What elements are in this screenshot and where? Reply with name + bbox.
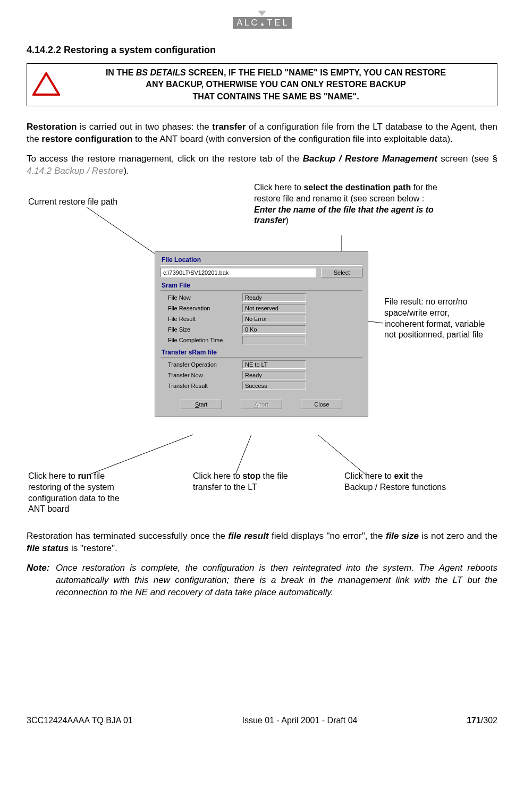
group-sram-file: Sram File File NowReady File Reservation… [160,282,362,344]
svg-line-6 [318,435,366,475]
footer-issue: Issue 01 - April 2001 - Draft 04 [242,716,357,725]
lbl-file-size: File Size [168,326,242,333]
callout-destination: Click here to select the destination pat… [254,182,445,226]
lbl-transfer-op: Transfer Operation [168,361,242,368]
group-file-location: File Location c:\7390LT\SV120201.bak Sel… [160,256,362,277]
note-label: Note: [27,562,56,599]
group-title-file-location: File Location [160,256,362,264]
file-path-input[interactable]: c:\7390LT\SV120201.bak [160,268,316,277]
val-file-now: Ready [242,293,306,302]
footer-doc-id: 3CC12424AAAA TQ BJA 01 [27,716,133,725]
callout-file-result: File result: no error/no space/write err… [384,297,485,341]
paragraph-restoration: Restoration is carried out in two phases… [27,121,497,146]
callout-run: Click here to run file restoring of the … [28,471,134,515]
warning-triangle-icon [32,72,60,98]
note-body: Once restoration is complete, the config… [56,562,497,599]
start-button[interactable]: Start [181,400,222,409]
page-footer: 3CC12424AAAA TQ BJA 01 Issue 01 - April … [0,716,524,736]
val-file-completion [242,336,306,344]
abort-button[interactable]: Abort [241,400,282,409]
select-button[interactable]: Select [321,268,362,277]
callout-current-path: Current restore file path [28,197,150,208]
lbl-transfer-now: Transfer Now [168,372,242,378]
svg-line-5 [235,435,251,475]
lbl-file-result: File Result [168,316,242,322]
warning-box: IN THE BS DETAILS SCREEN, IF THE FIELD "… [27,63,497,106]
lbl-transfer-result: Transfer Result [168,383,242,389]
restore-dialog: File Location c:\7390LT\SV120201.bak Sel… [155,251,368,417]
lbl-file-reservation: File Reservation [168,305,242,311]
callout-stop: Click here to stop the file transfer to … [193,471,299,493]
val-transfer-op: NE to LT [242,360,306,369]
brand-logo: A L C ▲ T E L [27,11,497,29]
note-block: Note: Once restoration is complete, the … [27,562,497,599]
group-title-transfer: Transfer sRam file [160,349,362,356]
group-title-sram: Sram File [160,282,362,289]
group-transfer-sram: Transfer sRam file Transfer OperationNE … [160,349,362,390]
val-file-size: 0 Ko [242,325,306,334]
warning-text: IN THE BS DETAILS SCREEN, IF THE FIELD "… [60,67,492,103]
triangle-down-icon [258,11,266,16]
section-heading: 4.14.2.2 Restoring a system configuratio… [27,45,497,56]
val-file-reservation: Not reserved [242,304,306,312]
val-transfer-result: Success [242,382,306,390]
paragraph-access: To access the restore management, click … [27,153,497,177]
paragraph-termination: Restoration has terminated successfully … [27,530,497,555]
callout-exit: Click here to exit the Backup / Restore … [344,471,451,493]
annotated-screenshot: Current restore file path Click here to … [28,185,496,520]
footer-page-number: 171/302 [467,716,497,725]
dialog-button-row: Start Abort Close [155,394,368,417]
svg-line-4 [89,435,193,475]
lbl-file-completion: File Completion Time [168,337,242,343]
lbl-file-now: File Now [168,294,242,301]
close-button[interactable]: Close [301,400,342,409]
brand-text: A L C ▲ T E L [233,17,292,29]
val-transfer-now: Ready [242,371,306,379]
svg-marker-0 [33,73,59,95]
val-file-result: No Error [242,315,306,323]
